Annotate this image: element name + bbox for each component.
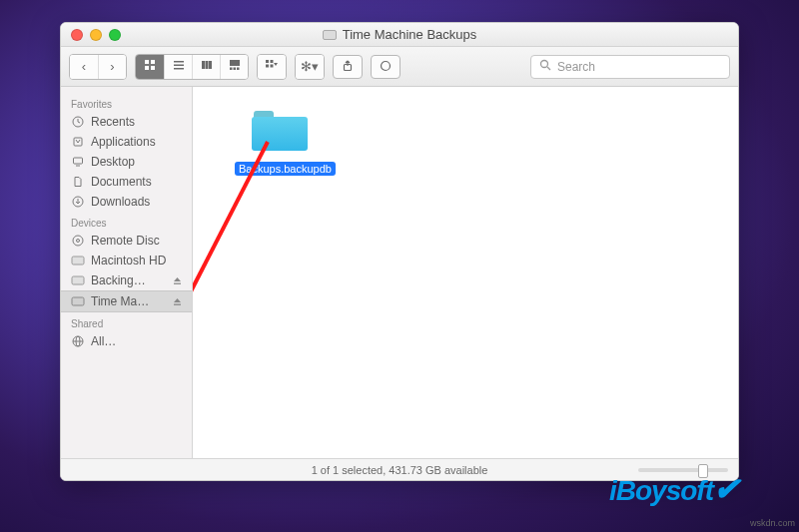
window-title: Time Machine Backups <box>343 27 477 42</box>
list-view-button[interactable] <box>164 55 192 79</box>
watermark: iBoysoft✔ <box>609 470 739 508</box>
sidebar-item-all-shared[interactable]: All… <box>61 331 192 351</box>
sidebar-item-label: Time Ma… <box>91 294 149 308</box>
icon-view-button[interactable] <box>136 55 164 79</box>
svg-rect-2 <box>145 66 149 70</box>
eject-icon[interactable] <box>173 297 182 306</box>
svg-rect-30 <box>72 276 84 284</box>
attribution-text: wskdn.com <box>750 518 795 528</box>
share-icon <box>342 58 354 76</box>
arrange-group <box>257 54 287 80</box>
sidebar-item-label: Desktop <box>91 155 135 169</box>
svg-rect-16 <box>266 65 269 68</box>
network-icon <box>71 334 85 348</box>
sidebar-item-remote-disc[interactable]: Remote Disc <box>61 231 192 251</box>
window-title-area: Time Machine Backups <box>61 27 738 42</box>
arrange-icon <box>265 59 279 74</box>
disc-icon <box>71 234 85 248</box>
sidebar-header-shared: Shared <box>61 312 192 331</box>
share-button[interactable] <box>333 55 363 79</box>
file-browser[interactable]: Backups.backupdb <box>193 87 738 458</box>
sidebar-item-label: Documents <box>91 175 152 189</box>
svg-rect-29 <box>72 257 84 265</box>
tag-icon <box>380 58 392 76</box>
column-view-button[interactable] <box>192 55 220 79</box>
search-placeholder: Search <box>557 60 595 74</box>
arrange-button[interactable] <box>258 55 286 79</box>
sidebar-item-desktop[interactable]: Desktop <box>61 152 192 172</box>
svg-line-21 <box>547 67 550 70</box>
sidebar-item-downloads[interactable]: Downloads <box>61 192 192 212</box>
sidebar-item-label: Backing… <box>91 273 146 287</box>
eject-icon[interactable] <box>173 276 182 285</box>
sidebar: Favorites Recents Applications Desktop D… <box>61 87 193 458</box>
svg-rect-1 <box>151 60 155 64</box>
action-button[interactable]: ✻▾ <box>296 55 324 79</box>
list-icon <box>173 59 185 74</box>
tags-button[interactable] <box>371 55 400 79</box>
svg-rect-15 <box>271 60 274 63</box>
svg-point-20 <box>541 61 548 68</box>
svg-point-27 <box>73 236 83 246</box>
svg-rect-3 <box>151 66 155 70</box>
close-button[interactable] <box>71 29 83 41</box>
nav-buttons: ‹ › <box>69 54 127 80</box>
sidebar-item-documents[interactable]: Documents <box>61 172 192 192</box>
svg-rect-31 <box>174 282 181 283</box>
gallery-icon <box>229 59 241 74</box>
svg-rect-12 <box>233 68 236 71</box>
hd-icon <box>71 273 85 287</box>
search-icon <box>539 59 551 74</box>
status-text: 1 of 1 selected, 431.73 GB available <box>312 464 488 476</box>
svg-rect-24 <box>74 158 83 164</box>
sidebar-header-devices: Devices <box>61 212 192 231</box>
svg-rect-17 <box>271 65 274 68</box>
maximize-button[interactable] <box>109 29 121 41</box>
folder-item-backups[interactable]: Backups.backupdb <box>235 105 325 177</box>
hd-icon <box>71 254 85 267</box>
volume-icon <box>323 30 337 40</box>
folder-icon <box>248 105 312 153</box>
window-controls <box>61 29 121 41</box>
documents-icon <box>71 175 85 189</box>
titlebar: Time Machine Backups <box>61 23 738 47</box>
svg-rect-13 <box>237 68 240 71</box>
svg-rect-6 <box>174 68 184 70</box>
sidebar-item-label: Applications <box>91 135 156 149</box>
columns-icon <box>201 59 213 74</box>
content-area: Favorites Recents Applications Desktop D… <box>61 87 738 458</box>
sidebar-item-label: Remote Disc <box>91 234 160 248</box>
svg-rect-10 <box>230 60 240 66</box>
svg-point-28 <box>77 240 80 243</box>
svg-rect-5 <box>174 65 184 67</box>
svg-rect-14 <box>266 60 269 63</box>
app-icon <box>71 135 85 149</box>
grid-icon <box>144 59 156 74</box>
sidebar-item-backing[interactable]: Backing… <box>61 270 192 290</box>
sidebar-item-recents[interactable]: Recents <box>61 112 192 132</box>
sidebar-item-label: Macintosh HD <box>91 254 166 267</box>
search-field[interactable]: Search <box>530 55 730 79</box>
forward-button[interactable]: › <box>98 55 126 79</box>
downloads-icon <box>71 195 85 209</box>
sidebar-item-label: Recents <box>91 115 135 129</box>
gallery-view-button[interactable] <box>220 55 248 79</box>
svg-point-19 <box>382 61 391 70</box>
back-button[interactable]: ‹ <box>70 55 98 79</box>
svg-rect-9 <box>209 61 212 69</box>
svg-rect-33 <box>174 303 181 304</box>
folder-label: Backups.backupdb <box>235 162 336 176</box>
svg-rect-4 <box>174 61 184 63</box>
sidebar-item-label: Downloads <box>91 195 150 209</box>
sidebar-item-applications[interactable]: Applications <box>61 132 192 152</box>
sidebar-item-macintosh-hd[interactable]: Macintosh HD <box>61 251 192 270</box>
toolbar: ‹ › <box>61 47 738 87</box>
sidebar-header-favorites: Favorites <box>61 93 192 112</box>
minimize-button[interactable] <box>90 29 102 41</box>
clock-icon <box>71 115 85 129</box>
hd-icon <box>71 294 85 308</box>
sidebar-item-time-machine[interactable]: Time Ma… <box>61 290 192 312</box>
gear-icon: ✻▾ <box>301 59 319 74</box>
svg-rect-0 <box>145 60 149 64</box>
desktop-icon <box>71 155 85 169</box>
